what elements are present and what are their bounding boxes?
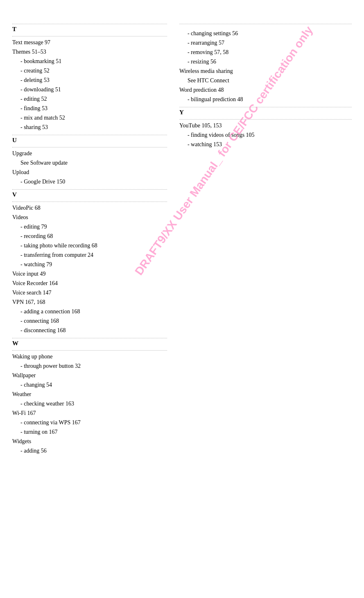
index-entry: - Google Drive 150 [12, 177, 167, 186]
two-column-layout: TText message 97Themes 51–53- bookmarkin… [12, 20, 352, 456]
index-entry: Wi-Fi 167 [12, 409, 167, 417]
index-entry: Voice search 147 [12, 288, 167, 297]
divider-after-letter [179, 119, 352, 120]
divider [12, 24, 167, 24]
index-entry: - transferring from computer 24 [12, 251, 167, 259]
section-letter-y: Y [179, 109, 352, 116]
index-entry: - finding videos of songs 105 [179, 131, 352, 139]
index-entry: Word prediction 48 [179, 86, 352, 94]
index-entry: - connecting via WPS 167 [12, 418, 167, 427]
index-entry: Voice input 49 [12, 270, 167, 278]
section-letter-w: W [12, 340, 167, 347]
index-entry: - disconnecting 168 [12, 326, 167, 335]
divider-after-letter [12, 202, 167, 202]
index-entry: Wallpaper [12, 371, 167, 380]
index-entry: - changing 54 [12, 381, 167, 389]
index-entry: - checking weather 163 [12, 399, 167, 408]
index-entry: YouTube 105, 153 [179, 121, 352, 130]
divider-after-letter [12, 36, 167, 36]
index-entry: - changing settings 56 [179, 29, 352, 38]
divider [12, 135, 167, 135]
index-entry: - resizing 56 [179, 57, 352, 66]
index-page: TText message 97Themes 51–53- bookmarkin… [0, 0, 364, 598]
index-entry: - rearranging 57 [179, 39, 352, 47]
index-entry: Themes 51–53 [12, 48, 167, 56]
index-entry: - turning on 167 [12, 428, 167, 436]
divider [179, 107, 352, 107]
index-entry: - finding 53 [12, 104, 167, 113]
index-entry: - removing 57, 58 [179, 48, 352, 57]
index-entry: - watching 153 [179, 140, 352, 149]
index-entry: Waking up phone [12, 352, 167, 361]
divider [12, 189, 167, 190]
index-entry: - downloading 51 [12, 85, 167, 94]
index-entry: - editing 79 [12, 222, 167, 231]
right-column: - changing settings 56- rearranging 57- … [175, 20, 352, 456]
index-entry: Text message 97 [12, 38, 167, 47]
index-entry: - sharing 53 [12, 123, 167, 131]
index-entry: - connecting 168 [12, 317, 167, 325]
index-entry: See Software update [12, 159, 167, 167]
index-entry: Videos [12, 213, 167, 222]
index-entry: - editing 52 [12, 95, 167, 103]
section-letter-u: U [12, 137, 167, 144]
index-entry: - taking photo while recording 68 [12, 241, 167, 250]
index-entry: - bookmarking 51 [12, 57, 167, 66]
divider [179, 24, 352, 24]
index-entry: VPN 167, 168 [12, 298, 167, 306]
index-entry: - mix and match 52 [12, 113, 167, 122]
index-entry: - adding a connection 168 [12, 307, 167, 316]
page-header [12, 8, 352, 16]
divider-after-letter [12, 147, 167, 147]
index-entry: VideoPic 68 [12, 204, 167, 212]
index-entry: Upgrade [12, 149, 167, 158]
section-letter-v: V [12, 191, 167, 198]
index-entry: - watching 79 [12, 260, 167, 269]
index-entry: - recording 68 [12, 232, 167, 240]
index-entry: See HTC Connect [179, 76, 352, 85]
index-entry: Upload [12, 168, 167, 177]
index-entry: Voice Recorder 164 [12, 279, 167, 288]
index-entry: - adding 56 [12, 446, 167, 455]
index-entry: Weather [12, 390, 167, 399]
section-letter-t: T [12, 26, 167, 33]
left-column: TText message 97Themes 51–53- bookmarkin… [12, 20, 175, 456]
divider-after-letter [12, 350, 167, 351]
index-entry: Wireless media sharing [179, 67, 352, 75]
index-entry: - deleting 53 [12, 76, 167, 84]
index-entry: Widgets [12, 437, 167, 446]
index-entry: - through power button 32 [12, 362, 167, 370]
divider [12, 338, 167, 338]
index-entry: - creating 52 [12, 66, 167, 75]
index-entry: - bilingual prediction 48 [179, 95, 352, 104]
